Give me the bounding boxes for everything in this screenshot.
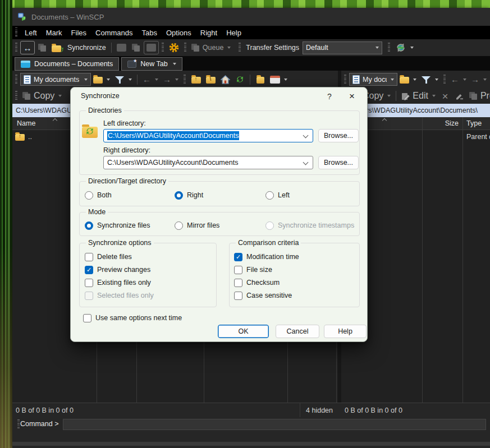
menu-tabs[interactable]: Tabs — [138, 27, 162, 39]
right-parent-row[interactable]: Parent directory — [466, 130, 490, 143]
chevron-down-icon — [58, 95, 62, 97]
dialog-help-button[interactable]: ? — [321, 90, 338, 103]
left-refresh-button[interactable] — [232, 73, 247, 86]
tab-new-tab[interactable]: ★ New Tab — [121, 57, 182, 71]
delete-files-checkbox[interactable]: ✓Delete files — [85, 252, 132, 261]
ok-button[interactable]: OK — [218, 325, 269, 338]
chevron-down-icon — [463, 78, 466, 81]
toolbar-grip[interactable] — [388, 43, 390, 53]
comparison-legend: Comparison criteria — [236, 239, 301, 247]
console-button[interactable] — [115, 41, 129, 54]
cancel-button[interactable]: Cancel — [276, 325, 319, 338]
toolbar-grip[interactable] — [184, 43, 186, 53]
toolbar-grip[interactable] — [15, 91, 17, 101]
tab-documents[interactable]: Documents – Documents — [15, 57, 119, 71]
toolbar-grip[interactable] — [239, 43, 241, 53]
right-properties-button[interactable]: Properties — [467, 89, 490, 103]
direction-group: Direction/Target directory — [79, 181, 360, 206]
toolbar-separator — [111, 43, 112, 53]
left-open-directory-button[interactable] — [91, 73, 112, 86]
right-edit-button[interactable]: Edit — [399, 89, 438, 103]
toolbar-grip[interactable] — [184, 75, 186, 85]
menu-files[interactable]: Files — [67, 27, 91, 39]
menu-options[interactable]: Options — [162, 27, 196, 39]
help-button[interactable]: Help — [324, 325, 367, 338]
checksum-checkbox[interactable]: ✓Checksum — [234, 278, 280, 287]
right-forward-button[interactable]: → — [469, 73, 489, 86]
toolbar-grip[interactable] — [443, 75, 446, 85]
radio-label: Right — [187, 191, 203, 199]
left-column-name[interactable]: Name — [17, 117, 35, 130]
chevron-down-icon — [284, 78, 287, 81]
right-back-button[interactable]: ← — [448, 73, 469, 86]
menu-help[interactable]: Help — [222, 27, 246, 39]
direction-left-radio[interactable]: Left — [265, 191, 290, 200]
right-column-type[interactable]: Type — [466, 117, 482, 130]
right-location-combo[interactable]: My documents — [349, 73, 397, 86]
globe-sync-icon — [395, 42, 406, 53]
right-rename-button[interactable] — [452, 89, 467, 103]
left-copy-path-button[interactable] — [253, 73, 268, 86]
right-column-size[interactable]: Size — [422, 117, 462, 130]
title-bar[interactable]: Documents – WinSCP — [12, 8, 490, 26]
modification-time-checkbox[interactable]: ✓Modification time — [234, 252, 299, 261]
chevron-down-icon — [155, 78, 158, 81]
interface-layout-button[interactable] — [35, 41, 49, 54]
toolbar-grip[interactable] — [344, 75, 346, 85]
left-root-directory-button[interactable]: \ — [203, 73, 218, 86]
toolbar-grip[interactable] — [15, 43, 17, 53]
background-transfers-button[interactable] — [129, 41, 144, 54]
toggle-panels-button[interactable]: ↔ — [20, 41, 35, 54]
right-delete-button[interactable]: × — [438, 89, 452, 103]
transfer-settings-combo[interactable]: Default — [303, 41, 382, 54]
queue-button[interactable]: Queue — [189, 41, 233, 54]
direction-right-radio[interactable]: Right — [175, 191, 203, 200]
toolbar-grip[interactable] — [15, 75, 17, 85]
direction-both-radio[interactable]: Both — [85, 191, 112, 200]
right-browse-button[interactable]: Browse... — [318, 156, 359, 169]
left-filter-button[interactable] — [112, 73, 134, 86]
existing-files-only-checkbox[interactable]: ✓Existing files only — [85, 278, 151, 287]
menu-left[interactable]: Left — [20, 27, 42, 39]
menu-commands[interactable]: Commands — [91, 27, 137, 39]
file-size-checkbox[interactable]: ✓File size — [234, 265, 272, 274]
left-directory-combo[interactable]: C:\Users\WDAGUtilityAccount\Documents — [103, 129, 313, 142]
session-color-button[interactable] — [393, 41, 416, 54]
case-sensitive-checkbox[interactable]: ✓Case sensitive — [234, 291, 292, 300]
left-home-directory-button[interactable] — [218, 73, 232, 86]
left-forward-button[interactable]: → — [161, 73, 181, 86]
preview-changes-checkbox[interactable]: ✓Preview changes — [85, 265, 150, 274]
menu-mark[interactable]: Mark — [42, 27, 67, 39]
mode-synchronize-files-radio[interactable]: Synchronize files — [85, 221, 150, 230]
left-location-combo[interactable]: My documents — [20, 73, 91, 86]
right-filter-button[interactable] — [419, 73, 441, 86]
checkbox-icon: ✓ — [85, 253, 93, 261]
mode-mirror-files-radio[interactable]: Mirror files — [175, 221, 219, 230]
menu-right[interactable]: Right — [196, 27, 222, 39]
toolbar-grip[interactable] — [162, 43, 164, 53]
menu-grip[interactable] — [15, 27, 17, 38]
backslash-icon: \ — [206, 76, 216, 82]
left-copy-button[interactable]: Copy — [20, 89, 64, 103]
right-panel-toolbar: My documents ← → — [341, 71, 490, 88]
preferences-button[interactable] — [167, 41, 181, 54]
synchronize-browsing-button[interactable] — [144, 41, 159, 54]
chevron-down-icon — [303, 160, 309, 165]
left-location-value: My documents — [34, 76, 80, 84]
check-icon: ✓ — [86, 280, 91, 286]
command-input[interactable] — [63, 419, 486, 430]
use-same-options-checkbox[interactable]: ✓Use same options next time — [83, 313, 182, 322]
left-view-button[interactable] — [268, 73, 290, 86]
right-open-directory-button[interactable] — [397, 73, 419, 86]
dialog-close-button[interactable]: × — [342, 90, 361, 103]
left-back-button[interactable]: ← — [140, 73, 161, 86]
left-parent-directory-button[interactable]: ↑ — [189, 73, 203, 86]
status-bars: 0 B of 0 B in 0 of 0 4 hidden 0 B of 0 B… — [12, 403, 490, 417]
radio-label: Both — [97, 191, 112, 199]
synchronize-button[interactable]: Synchronize — [49, 41, 108, 54]
toolbar-grip[interactable] — [17, 419, 20, 429]
queue-label: Queue — [203, 44, 224, 52]
checkbox-label: Checksum — [246, 279, 280, 287]
right-directory-combo[interactable]: C:\Users\WDAGUtilityAccount\Documents — [103, 156, 313, 169]
left-browse-button[interactable]: Browse... — [318, 129, 359, 142]
